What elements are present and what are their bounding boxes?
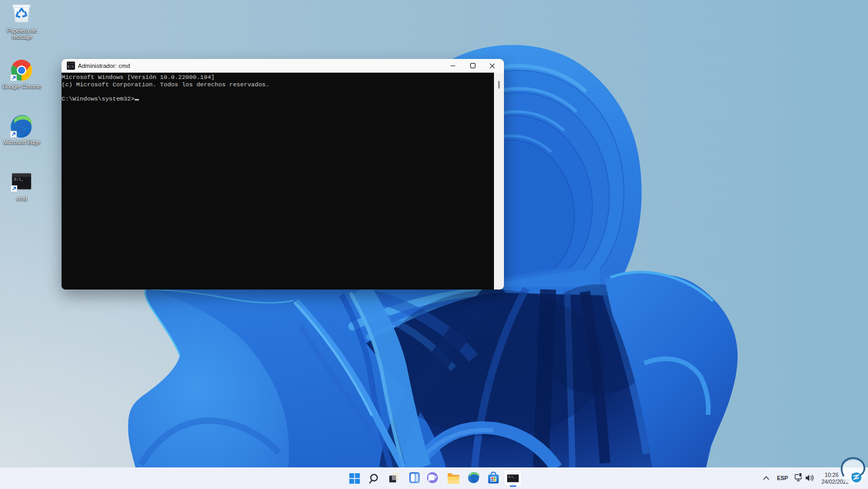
svg-text:C:\_: C:\_ [509, 476, 516, 479]
svg-text:C:\: C:\ [68, 65, 74, 69]
svg-text:C:\_: C:\_ [14, 177, 24, 182]
svg-text:ESP: ESP [777, 475, 788, 481]
